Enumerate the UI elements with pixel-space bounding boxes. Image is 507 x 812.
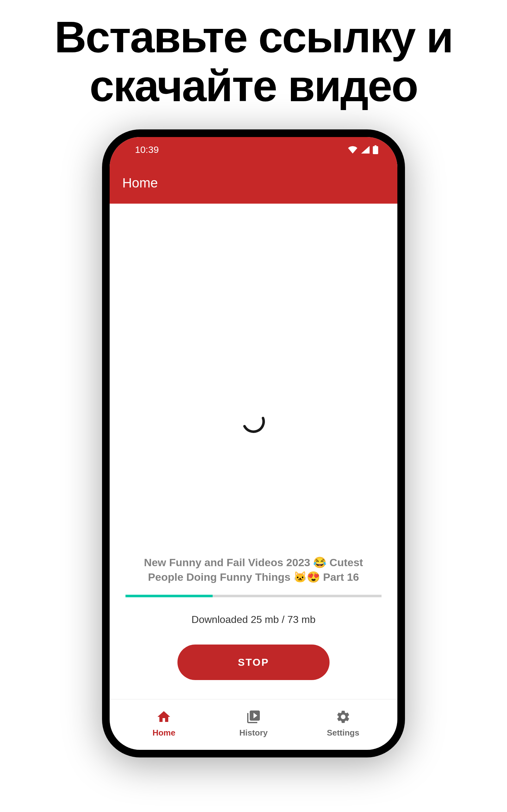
- nav-item-settings[interactable]: Settings: [298, 708, 388, 738]
- promo-headline: Вставьте ссылку и скачайте видео: [19, 13, 488, 110]
- main-content: New Funny and Fail Videos 2023 😂 Cutest …: [110, 204, 397, 699]
- status-icons: [347, 145, 378, 154]
- svg-point-2: [241, 409, 266, 434]
- nav-item-history[interactable]: History: [209, 708, 298, 738]
- status-bar: 10:39: [110, 137, 397, 162]
- loading-spinner: [241, 409, 266, 434]
- video-title: New Funny and Fail Videos 2023 😂 Cutest …: [125, 555, 382, 585]
- history-icon: [245, 708, 262, 725]
- battery-icon: [373, 145, 378, 154]
- nav-label: History: [239, 728, 268, 738]
- progress-fill: [125, 595, 213, 597]
- svg-rect-1: [375, 145, 377, 146]
- status-time: 10:39: [135, 144, 159, 155]
- app-bar-title: Home: [122, 175, 158, 191]
- bottom-nav: Home History Settings: [110, 699, 397, 750]
- progress-bar: [125, 595, 382, 597]
- phone-mockup: 10:39 Home New Funny and Fail Videos 202…: [102, 130, 405, 757]
- nav-label: Home: [153, 728, 175, 738]
- signal-icon: [360, 146, 370, 154]
- app-bar: Home: [110, 162, 397, 204]
- wifi-icon: [347, 146, 358, 154]
- nav-label: Settings: [327, 728, 359, 738]
- download-status: Downloaded 25 mb / 73 mb: [191, 614, 315, 625]
- settings-icon: [335, 708, 352, 725]
- nav-item-home[interactable]: Home: [119, 708, 209, 738]
- home-icon: [155, 708, 172, 725]
- stop-button[interactable]: STOP: [177, 645, 330, 680]
- svg-rect-0: [373, 146, 378, 154]
